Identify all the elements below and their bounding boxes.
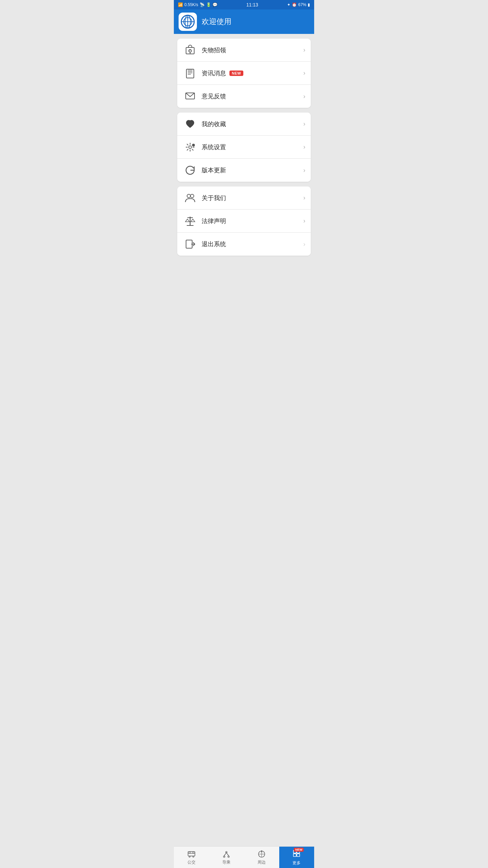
menu-item-favorites[interactable]: 我的收藏 › [177, 113, 311, 136]
nav-item-nearby[interactable]: 周边 [244, 847, 279, 868]
update-icon [183, 163, 198, 178]
feedback-icon [183, 89, 198, 104]
menu-group-3: 关于我们 › 法律声明 › [177, 186, 311, 256]
menu-item-feedback[interactable]: 意见反馈 › [177, 85, 311, 108]
menu-item-legal[interactable]: 法律声明 › [177, 210, 311, 233]
news-label: 资讯消息 NEW [202, 69, 303, 77]
status-time: 11:13 [246, 2, 258, 7]
svg-rect-28 [189, 852, 190, 853]
wifi-icon: 📡 [200, 2, 205, 7]
battery-percent: 67% [298, 2, 306, 7]
feedback-label: 意见反馈 [202, 92, 303, 100]
lost-found-label: 失物招领 [202, 46, 303, 54]
more-label: 更多 [292, 860, 301, 866]
svg-point-17 [187, 194, 190, 198]
svg-point-18 [190, 194, 194, 198]
bottom-nav: 公交 导乘 周边 NEW [174, 846, 314, 868]
chevron-icon: › [303, 217, 305, 224]
header-title: 欢迎使用 [202, 17, 231, 27]
signal-icon: 📶 [178, 2, 183, 7]
app-logo [179, 13, 197, 31]
signal-speed: 0.55K/s [184, 2, 198, 7]
menu-item-update[interactable]: 版本更新 › [177, 159, 311, 182]
bluetooth-icon: ✦ [287, 2, 290, 7]
chevron-icon: › [303, 167, 305, 174]
chevron-icon: › [303, 46, 305, 54]
menu-item-settings[interactable]: 系统设置 › [177, 136, 311, 159]
bus-icon [187, 850, 196, 859]
menu-item-logout[interactable]: 退出系统 › [177, 233, 311, 256]
chevron-icon: › [303, 194, 305, 201]
more-icon-wrapper: NEW [292, 849, 301, 859]
about-icon [183, 191, 198, 205]
svg-rect-9 [186, 69, 194, 78]
settings-icon [183, 140, 198, 155]
svg-text:?: ? [189, 50, 190, 52]
about-label: 关于我们 [202, 194, 303, 202]
more-badge: NEW [294, 848, 304, 852]
lost-icon: ? [183, 43, 198, 58]
settings-label: 系统设置 [202, 143, 303, 151]
status-bar: 📶 0.55K/s 📡 🔋 💬 11:13 ✦ ⏰ 67% ▮ [174, 0, 314, 9]
svg-point-26 [192, 856, 194, 857]
chevron-icon: › [303, 120, 305, 127]
menu-group-1: ? 失物招领 › 资讯消息 NEW › [177, 39, 311, 108]
legal-icon [183, 214, 198, 229]
svg-point-16 [192, 144, 195, 146]
status-right: ✦ ⏰ 67% ▮ [287, 2, 310, 7]
logout-icon [183, 237, 198, 252]
legal-label: 法律声明 [202, 217, 303, 225]
menu-item-news[interactable]: 资讯消息 NEW › [177, 62, 311, 85]
nearby-icon [257, 850, 266, 859]
menu-item-lost-found[interactable]: ? 失物招领 › [177, 39, 311, 62]
nav-item-more[interactable]: NEW 更多 [279, 847, 314, 868]
news-badge: NEW [229, 71, 243, 76]
route-icon [222, 850, 231, 859]
heart-icon [183, 117, 198, 132]
logout-label: 退出系统 [202, 240, 303, 248]
charge-icon: 🔋 [206, 2, 211, 7]
alarm-icon: ⏰ [292, 2, 297, 7]
wechat-icon: 💬 [212, 2, 218, 7]
svg-rect-29 [192, 852, 194, 853]
svg-point-15 [189, 146, 191, 149]
chevron-icon: › [303, 70, 305, 77]
battery-icon: ▮ [308, 2, 310, 7]
chevron-icon: › [303, 241, 305, 248]
svg-rect-39 [293, 853, 296, 856]
main-content: ? 失物招领 › 资讯消息 NEW › [174, 34, 314, 292]
chevron-icon: › [303, 93, 305, 100]
svg-point-25 [189, 856, 190, 857]
favorites-label: 我的收藏 [202, 120, 303, 128]
nav-item-bus[interactable]: 公交 [174, 847, 209, 868]
menu-group-2: 我的收藏 › 系统设置 › 版本更新 › [177, 113, 311, 182]
route-label: 导乘 [222, 860, 230, 865]
news-icon [183, 66, 198, 81]
menu-item-about[interactable]: 关于我们 › [177, 186, 311, 210]
app-header: 欢迎使用 [174, 9, 314, 34]
bus-label: 公交 [187, 860, 196, 865]
nearby-label: 周边 [258, 860, 266, 865]
status-left: 📶 0.55K/s 📡 🔋 💬 [178, 2, 218, 7]
chevron-icon: › [303, 143, 305, 151]
update-label: 版本更新 [202, 166, 303, 174]
nav-item-route[interactable]: 导乘 [209, 847, 244, 868]
svg-rect-40 [297, 853, 300, 856]
